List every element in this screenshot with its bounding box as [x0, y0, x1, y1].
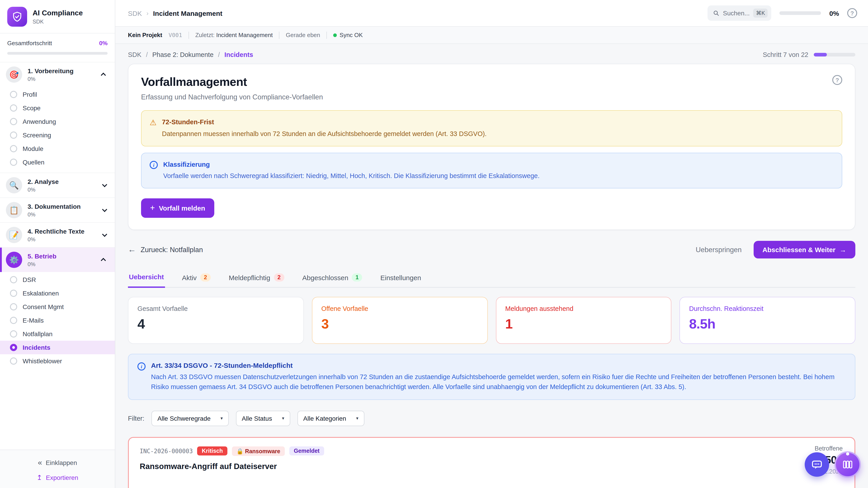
section-emoji-icon: 📋	[6, 202, 22, 218]
step-circle-icon	[10, 357, 17, 365]
sidebar-item-module[interactable]: Module	[0, 142, 115, 156]
last-label: Zuletzt:	[195, 32, 215, 38]
app-logo-shield-icon	[7, 7, 27, 27]
tab-label: Abgeschlossen	[302, 273, 348, 281]
sidebar-section-header-5-betrieb[interactable]: ⚙️5. Betrieb0%	[0, 248, 115, 272]
section-title: 1. Vorbereitung	[28, 67, 73, 74]
tab-uebersicht[interactable]: Uebersicht	[128, 269, 165, 288]
sidebar-item-notfallplan[interactable]: Notfallplan	[0, 327, 115, 341]
tab-abgeschlossen[interactable]: Abgeschlossen1	[301, 269, 363, 288]
overall-progress-label: Gesamtfortschritt	[7, 40, 52, 46]
status-badge: Gemeldet	[289, 447, 324, 456]
chevron-up-icon	[101, 73, 106, 78]
sidebar-footer: « Einklappen ↥ Exportieren	[0, 450, 115, 488]
incident-card[interactable]: INC-2026-000003 Kritisch 🔒 Ransomware Ge…	[128, 437, 855, 488]
sidebar-item-consent-mgmt[interactable]: Consent Mgmt	[0, 300, 115, 314]
tab-aktiv[interactable]: Aktiv2	[181, 269, 212, 288]
step-circle-icon	[10, 104, 17, 111]
step-circle-icon	[10, 330, 17, 337]
sidebar-section-1-vorbereitung: 🎯1. Vorbereitung0%ProfilScopeAnwendungSc…	[0, 62, 115, 173]
sidebar-section-5-betrieb: ⚙️5. Betrieb0%DSREskalationenConsent Mgm…	[0, 247, 115, 371]
filter-select-alle-schweregrade[interactable]: Alle Schweregrade▾	[152, 411, 229, 426]
deadline-warning-callout: ⚠ 72-Stunden-Frist Datenpannen muessen i…	[141, 110, 842, 146]
tab-einstellungen[interactable]: Einstellungen	[379, 269, 422, 288]
sidebar-item-label: DSR	[23, 276, 36, 283]
step-circle-icon	[10, 290, 17, 297]
step-progress-fill	[814, 53, 827, 57]
chevron-right-icon: ›	[147, 9, 149, 17]
stat-card-durchschn-reaktionszeit: Durchschn. Reaktionszeit8.5h	[680, 297, 856, 344]
section-help-icon[interactable]: ?	[832, 75, 842, 85]
sidebar-section-header-1-vorbereitung[interactable]: 🎯1. Vorbereitung0%	[0, 62, 115, 87]
section-emoji-icon: 🎯	[6, 66, 22, 83]
step-circle-icon	[10, 159, 17, 166]
sidebar-item-screening[interactable]: Screening	[0, 128, 115, 142]
sidebar-section-header-3-dokumentation[interactable]: 📋3. Dokumentation0%	[0, 198, 115, 222]
sidebar-item-label: Profil	[23, 91, 37, 98]
report-incident-button[interactable]: + Vorfall melden	[141, 198, 214, 218]
filter-select-alle-kategorien[interactable]: Alle Kategorien▾	[298, 411, 364, 426]
sidebar-item-quellen[interactable]: Quellen	[0, 156, 115, 169]
tab-meldepflichtig[interactable]: Meldepflichtig2	[228, 269, 285, 288]
topbar-progress-track	[780, 11, 821, 15]
overall-progress-value: 0%	[99, 40, 107, 46]
page-header-row: SDK / Phase 2: Dokumente / Incidents Sch…	[128, 51, 855, 58]
sidebar-item-whistleblower[interactable]: Whistleblower	[0, 354, 115, 368]
sidebar-section-header-2-analyse[interactable]: 🔍2. Analyse0%	[0, 173, 115, 197]
filter-select-alle-status[interactable]: Alle Status▾	[236, 411, 290, 426]
section-emoji-icon: 📝	[6, 227, 22, 243]
collapse-sidebar-button[interactable]: « Einklappen	[0, 455, 115, 470]
info-icon: i	[150, 161, 158, 169]
regulation-title: Art. 33/34 DSGVO - 72-Stunden-Meldepflic…	[151, 361, 846, 369]
incident-id: INC-2026-000003	[140, 448, 193, 455]
chat-fab-button[interactable]	[805, 452, 829, 477]
complete-next-button[interactable]: Abschliessen & Weiter →	[753, 241, 855, 258]
section-title: 5. Betrieb	[28, 253, 57, 260]
category-label: Ransomware	[245, 448, 280, 455]
chat-bubble-icon	[811, 459, 823, 470]
warning-triangle-icon: ⚠	[150, 118, 157, 139]
sidebar: AI Compliance SDK Gesamtfortschritt 0% 🎯…	[0, 0, 115, 488]
back-button[interactable]: ← Zurueck: Notfallplan	[128, 245, 203, 254]
sidebar-item-profil[interactable]: Profil	[0, 88, 115, 101]
sidebar-item-anwendung[interactable]: Anwendung	[0, 115, 115, 128]
lock-icon: 🔒	[237, 448, 243, 455]
sidebar-item-label: Quellen	[23, 159, 44, 166]
sidebar-item-eskalationen[interactable]: Eskalationen	[0, 287, 115, 300]
crumb-phase[interactable]: Phase 2: Dokumente	[152, 51, 214, 58]
sidebar-item-scope[interactable]: Scope	[0, 101, 115, 115]
notification-dot	[846, 452, 849, 455]
warning-text: Datenpannen muessen innerhalb von 72 Stu…	[162, 129, 487, 139]
skip-button[interactable]: Ueberspringen	[696, 246, 742, 254]
page-hero-card: Vorfallmanagement ? Erfassung und Nachve…	[128, 64, 855, 230]
main-area: SDK › Incident Management Suchen... ⌘K 0…	[115, 0, 868, 488]
chevron-down-icon: ▾	[282, 416, 284, 421]
app-title: AI Compliance	[33, 9, 83, 18]
panels-fab-button[interactable]	[835, 451, 861, 478]
chevron-down-icon	[102, 232, 107, 237]
export-label: Exportieren	[46, 474, 78, 481]
plus-icon: +	[150, 203, 155, 213]
sidebar-item-incidents[interactable]: Incidents	[0, 341, 115, 354]
sidebar-header: AI Compliance SDK	[0, 0, 115, 33]
section-percent: 0%	[28, 261, 97, 267]
sidebar-item-dsr[interactable]: DSR	[0, 273, 115, 287]
step-circle-icon	[10, 317, 17, 324]
section-title: 4. Rechtliche Texte	[28, 228, 85, 235]
breadcrumb: SDK / Phase 2: Dokumente / Incidents	[128, 51, 253, 58]
filter-row: Filter:Alle Schweregrade▾Alle Status▾All…	[128, 411, 855, 426]
chevron-down-icon	[102, 182, 107, 187]
topbar: SDK › Incident Management Suchen... ⌘K 0…	[115, 0, 868, 27]
search-input[interactable]: Suchen... ⌘K	[708, 5, 771, 21]
content-scroll-area[interactable]: SDK / Phase 2: Dokumente / Incidents Sch…	[115, 44, 868, 488]
export-button[interactable]: ↥ Exportieren	[0, 470, 115, 482]
sidebar-item-e-mails[interactable]: E-Mails	[0, 314, 115, 327]
step-circle-icon	[10, 344, 17, 351]
stat-card-offene-vorfaelle: Offene Vorfaelle3	[312, 297, 488, 344]
breadcrumb-root[interactable]: SDK	[128, 9, 142, 17]
sidebar-section-header-4-rechtliche-texte[interactable]: 📝4. Rechtliche Texte0%	[0, 223, 115, 247]
crumb-sdk[interactable]: SDK	[128, 51, 142, 58]
arrow-right-icon: →	[839, 246, 846, 254]
divider	[188, 31, 189, 39]
help-icon[interactable]: ?	[847, 8, 857, 18]
